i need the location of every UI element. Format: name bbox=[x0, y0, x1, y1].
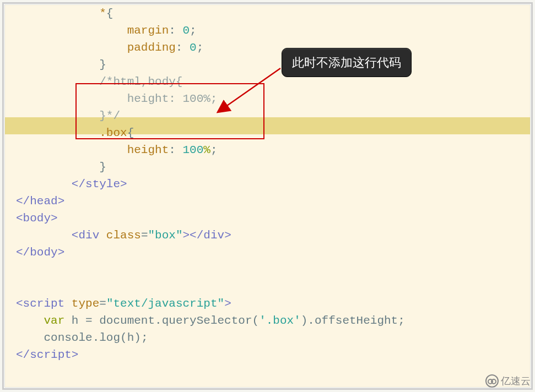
code-line: *{ bbox=[5, 5, 530, 22]
code-area: *{ margin: 0; padding: 0; } /*html,body{… bbox=[5, 5, 530, 387]
annotation-callout: 此时不添加这行代码 bbox=[282, 48, 412, 77]
code-line: </head> bbox=[5, 193, 530, 210]
callout-text: 此时不添加这行代码 bbox=[292, 56, 401, 69]
code-line: } bbox=[5, 159, 530, 176]
code-line: .box{ bbox=[5, 124, 530, 141]
code-line: <script type="text/javascript"> bbox=[5, 295, 530, 312]
code-line-highlighted: }*/ bbox=[5, 107, 530, 124]
code-line: console.log(h); bbox=[5, 329, 530, 346]
code-line: </script> bbox=[5, 346, 530, 363]
code-line: <body> bbox=[5, 210, 530, 227]
code-editor-container: *{ margin: 0; padding: 0; } /*html,body{… bbox=[2, 2, 533, 390]
code-line: <div class="box"></div> bbox=[5, 227, 530, 244]
watermark-text: 亿速云 bbox=[501, 374, 531, 388]
code-line: height: 100%; bbox=[5, 90, 530, 107]
code-line: var h = document.querySelector('.box').o… bbox=[5, 312, 530, 329]
blank-lines bbox=[5, 261, 530, 295]
code-line: /*html,body{ bbox=[5, 73, 530, 90]
watermark: 亿速云 bbox=[485, 374, 531, 388]
inner-frame: *{ margin: 0; padding: 0; } /*html,body{… bbox=[4, 4, 531, 388]
code-line: </style> bbox=[5, 176, 530, 193]
code-line: height: 100%; bbox=[5, 141, 530, 159]
code-line: padding: 0; bbox=[5, 39, 530, 56]
watermark-icon bbox=[485, 374, 499, 388]
code-line: } bbox=[5, 56, 530, 73]
code-line: margin: 0; bbox=[5, 22, 530, 39]
code-line: </body> bbox=[5, 244, 530, 261]
